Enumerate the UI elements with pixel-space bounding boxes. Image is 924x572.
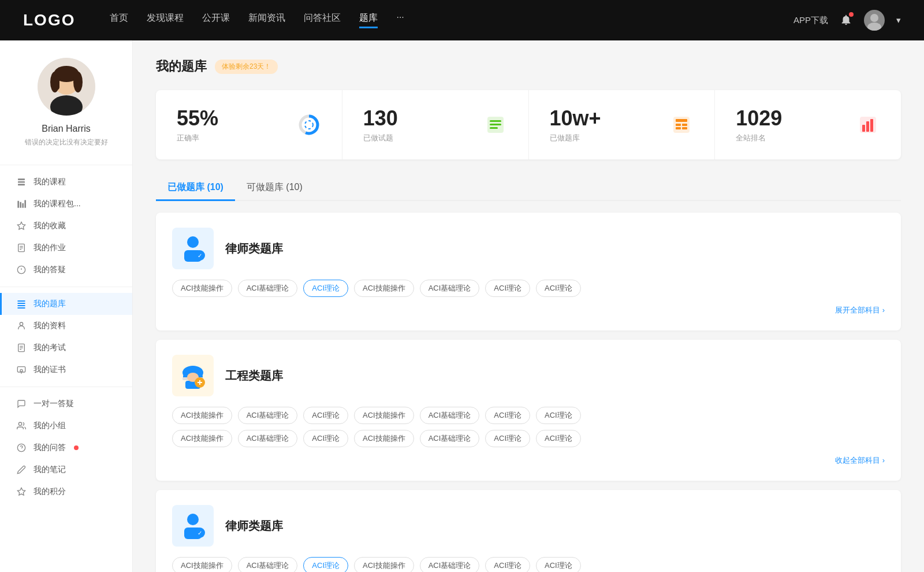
svg-point-36 [18, 422, 21, 425]
sidebar-item-label: 我的考试 [33, 343, 66, 353]
tag[interactable]: ACI技能操作 [172, 557, 232, 572]
tag[interactable]: ACI技能操作 [354, 557, 414, 572]
collapse-all-link[interactable]: 收起全部科目 › [172, 455, 885, 466]
question-bank-icon [16, 299, 27, 309]
sidebar-item-course-pack[interactable]: 我的课程包... [0, 193, 132, 215]
tab-done-banks[interactable]: 已做题库 (10) [156, 176, 235, 201]
svg-rect-52 [682, 127, 687, 129]
sidebar-item-course[interactable]: 我的课程 [0, 171, 132, 193]
lawyer-person-icon-2: ✓ [178, 511, 207, 540]
tag-active[interactable]: ACI理论 [303, 557, 348, 572]
tag[interactable]: ACI基础理论 [420, 430, 480, 447]
profile-motto: 错误的决定比没有决定要好 [25, 138, 108, 147]
svg-point-28 [20, 322, 23, 325]
sidebar-item-favorites[interactable]: 我的收藏 [0, 215, 132, 237]
certificate-icon [16, 365, 27, 375]
tag[interactable]: ACI基础理论 [238, 280, 298, 297]
tag[interactable]: ACI基础理论 [238, 557, 298, 572]
tag[interactable]: ACI技能操作 [354, 430, 414, 447]
sidebar-item-one-on-one[interactable]: 一对一答疑 [0, 393, 132, 415]
sidebar-item-homework[interactable]: 我的作业 [0, 237, 132, 259]
table-icon [669, 113, 694, 137]
sidebar-divider-3 [0, 387, 132, 387]
nav-question-bank[interactable]: 题库 [359, 12, 378, 28]
qbank-name: 律师类题库 [225, 518, 283, 534]
qa-icon [16, 443, 27, 453]
tag[interactable]: ACI技能操作 [354, 407, 414, 424]
sidebar-item-label: 一对一答疑 [33, 399, 74, 409]
sidebar-item-exam[interactable]: 我的考试 [0, 337, 132, 359]
sidebar-item-label: 我的题库 [33, 299, 66, 309]
svg-marker-16 [17, 222, 25, 229]
tag[interactable]: ACI理论 [536, 407, 581, 424]
nav-right: APP下载 ▾ [793, 10, 901, 31]
tag[interactable]: ACI理论 [303, 430, 348, 447]
tag[interactable]: ACI理论 [536, 557, 581, 572]
tag[interactable]: ACI基础理论 [238, 430, 298, 447]
engineer-badge [195, 377, 205, 388]
notification-bell[interactable] [840, 13, 852, 28]
tag[interactable]: ACI基础理论 [238, 407, 298, 424]
svg-rect-44 [490, 120, 501, 122]
lawyer-person-icon: ✓ [178, 234, 207, 263]
tag[interactable]: ACI理论 [485, 430, 530, 447]
tag[interactable]: ACI理论 [303, 407, 348, 424]
app-download-link[interactable]: APP下载 [793, 15, 828, 26]
tag[interactable]: ACI技能操作 [172, 407, 232, 424]
sidebar-item-label: 我的积分 [33, 486, 66, 497]
tab-available-banks[interactable]: 可做题库 (10) [235, 176, 314, 201]
sidebar-item-label: 我的小组 [33, 421, 66, 431]
qbank-name: 工程类题库 [225, 368, 283, 384]
qbank-tags: ACI技能操作 ACI基础理论 ACI理论 ACI技能操作 ACI基础理论 AC… [172, 280, 885, 297]
sidebar-item-label: 我的问答 [33, 443, 66, 453]
nav-open-course[interactable]: 公开课 [202, 12, 230, 28]
sidebar-item-certificate[interactable]: 我的证书 [0, 359, 132, 381]
tag[interactable]: ACI基础理论 [420, 280, 480, 297]
notification-dot [849, 12, 854, 17]
svg-rect-12 [17, 201, 19, 208]
page-header: 我的题库 体验剩余23天！ [156, 58, 901, 75]
logo: LOGO [23, 11, 75, 29]
tag[interactable]: ACI技能操作 [172, 430, 232, 447]
tag[interactable]: ACI理论 [536, 280, 581, 297]
tag[interactable]: ACI基础理论 [420, 557, 480, 572]
nav-more[interactable]: ··· [396, 12, 404, 28]
homework-icon [16, 243, 27, 253]
engineer-icon [178, 361, 207, 390]
sidebar-item-profile[interactable]: 我的资料 [0, 315, 132, 337]
tag[interactable]: ACI技能操作 [172, 280, 232, 297]
sidebar-item-question-bank[interactable]: 我的题库 [0, 293, 132, 315]
checkmark-badge: ✓ [195, 250, 205, 261]
qbank-card-lawyer-1: ✓ 律师类题库 ACI技能操作 ACI基础理论 ACI理论 ACI技能操作 AC… [156, 213, 901, 330]
nav-qa[interactable]: 问答社区 [304, 12, 341, 28]
sidebar-item-group[interactable]: 我的小组 [0, 415, 132, 437]
stat-value: 1029 [736, 106, 847, 131]
user-avatar[interactable] [864, 10, 885, 31]
tag[interactable]: ACI基础理论 [420, 407, 480, 424]
svg-rect-13 [20, 202, 21, 208]
sidebar-item-questions[interactable]: 我的答疑 [0, 259, 132, 281]
exam-icon [16, 343, 27, 353]
bar-chart-icon [856, 113, 880, 137]
nav-discover[interactable]: 发现课程 [147, 12, 184, 28]
nav-news[interactable]: 新闻资讯 [248, 12, 285, 28]
tag[interactable]: ACI理论 [485, 407, 530, 424]
nav-home[interactable]: 首页 [110, 12, 128, 28]
svg-rect-10 [18, 181, 25, 183]
tag[interactable]: ACI理论 [485, 557, 530, 572]
expand-all-link[interactable]: 展开全部科目 › [172, 305, 885, 315]
sidebar-item-notes[interactable]: 我的笔记 [0, 459, 132, 481]
svg-rect-56 [870, 119, 873, 132]
tag[interactable]: ACI理论 [485, 280, 530, 297]
stat-value: 55% [177, 106, 288, 131]
user-dropdown-arrow[interactable]: ▾ [896, 15, 901, 25]
qbank-tags-row1: ACI技能操作 ACI基础理论 ACI理论 ACI技能操作 ACI基础理论 AC… [172, 407, 885, 424]
sidebar-item-points[interactable]: 我的积分 [0, 481, 132, 503]
svg-rect-26 [17, 305, 25, 306]
tag[interactable]: ACI理论 [536, 430, 581, 447]
svg-rect-15 [24, 200, 26, 207]
sidebar-item-my-qa[interactable]: 我的问答 [0, 437, 132, 459]
tag-active[interactable]: ACI理论 [303, 280, 348, 297]
svg-point-57 [187, 236, 199, 248]
tag[interactable]: ACI技能操作 [354, 280, 414, 297]
